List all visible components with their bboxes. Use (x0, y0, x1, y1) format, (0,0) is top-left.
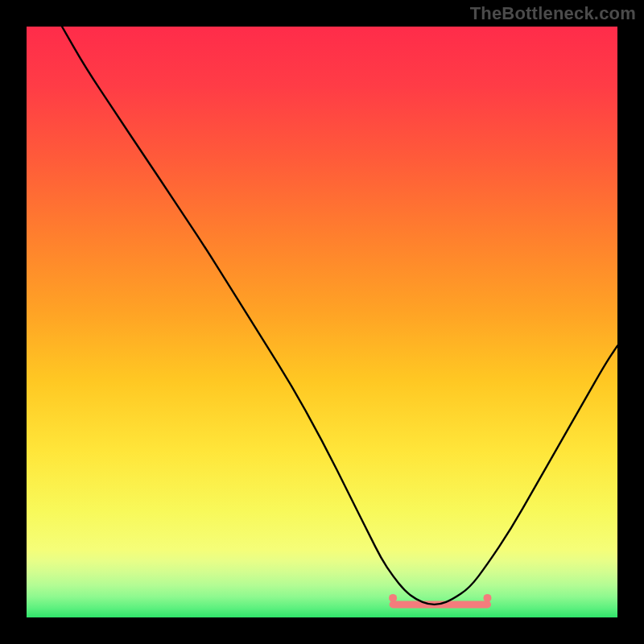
chart-stage: TheBottleneck.com (0, 0, 644, 644)
watermark-text: TheBottleneck.com (470, 3, 636, 24)
optimal-band-dot-left (389, 594, 397, 602)
plot-area (27, 27, 617, 617)
optimal-band-dot-right (484, 594, 492, 602)
plot-svg (27, 27, 617, 617)
plot-inner (27, 27, 617, 617)
plot-background (27, 27, 617, 617)
